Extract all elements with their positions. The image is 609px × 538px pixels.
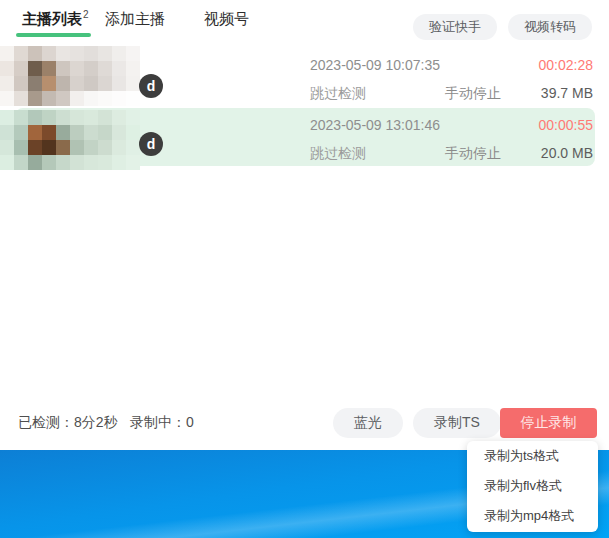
record-duration: 00:00:55 xyxy=(539,117,594,133)
tab-add-anchor[interactable]: 添加主播 xyxy=(105,10,165,29)
tab-add-anchor-label: 添加主播 xyxy=(105,10,165,27)
record-format-menu: 录制为ts格式 录制为flv格式 录制为mp4格式 xyxy=(467,441,598,532)
verify-kuaishou-button[interactable]: 验证快手 xyxy=(413,14,497,40)
menu-item-ts-format[interactable]: 录制为ts格式 xyxy=(467,441,598,471)
anchor-row-selected[interactable]: d 2023-05-09 13:01:46 00:00:55 跳过检测 手动停止… xyxy=(0,108,609,166)
anchor-row[interactable]: d 2023-05-09 10:07:35 00:02:28 跳过检测 手动停止… xyxy=(0,48,609,107)
anchor-avatar-pixelated xyxy=(0,110,140,170)
tab-anchor-list-label: 主播列表 xyxy=(22,10,82,27)
record-duration: 00:02:28 xyxy=(539,57,594,73)
video-transcode-button[interactable]: 视频转码 xyxy=(508,14,592,40)
manual-stop-label: 手动停止 xyxy=(445,145,501,163)
blu-ray-button[interactable]: 蓝光 xyxy=(333,408,403,438)
file-size-label: 20.0 MB xyxy=(541,145,593,161)
tab-count-badge: 2 xyxy=(83,9,89,20)
record-ts-button[interactable]: 录制TS xyxy=(413,408,501,438)
app-window: 主播列表2 添加主播 视频号 验证快手 视频转码 d 2023-05-09 10… xyxy=(0,0,609,538)
manual-stop-label: 手动停止 xyxy=(445,85,501,103)
skip-detect-label: 跳过检测 xyxy=(310,145,366,163)
file-size-label: 39.7 MB xyxy=(541,85,593,101)
active-tab-underline xyxy=(16,33,91,37)
menu-item-flv-format[interactable]: 录制为flv格式 xyxy=(467,471,598,501)
tab-anchor-list[interactable]: 主播列表2 xyxy=(22,9,89,29)
tab-video-account-label: 视频号 xyxy=(204,10,249,27)
skip-detect-label: 跳过检测 xyxy=(310,85,366,103)
recording-count-status: 录制中：0 xyxy=(130,414,194,432)
platform-badge-icon: d xyxy=(139,132,163,156)
stop-record-button[interactable]: 停止录制 xyxy=(500,408,597,438)
record-start-time: 2023-05-09 10:07:35 xyxy=(310,57,440,73)
tab-video-account[interactable]: 视频号 xyxy=(204,10,249,29)
record-start-time: 2023-05-09 13:01:46 xyxy=(310,117,440,133)
detected-time-status: 已检测：8分2秒 xyxy=(18,414,118,432)
platform-badge-icon: d xyxy=(139,74,163,98)
menu-item-mp4-format[interactable]: 录制为mp4格式 xyxy=(467,501,598,531)
anchor-avatar-pixelated xyxy=(0,46,140,106)
